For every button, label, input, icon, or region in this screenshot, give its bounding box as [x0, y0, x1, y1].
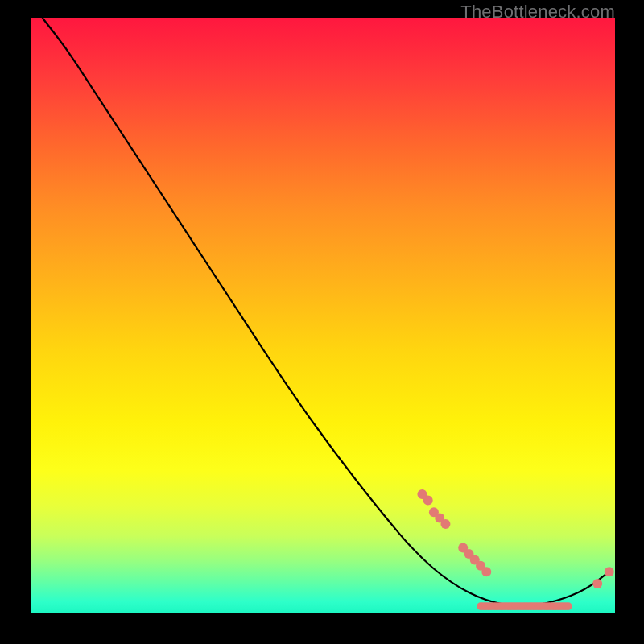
chart-container: TheBottleneck.com	[0, 0, 644, 644]
marker-group	[417, 489, 613, 610]
plot-area	[31, 18, 615, 613]
data-marker	[564, 602, 572, 610]
data-marker	[440, 519, 450, 529]
data-marker	[605, 567, 614, 576]
chart-svg	[31, 18, 615, 613]
data-marker	[423, 495, 433, 505]
data-marker	[481, 567, 491, 576]
watermark-text: TheBottleneck.com	[460, 2, 615, 23]
curve-path	[43, 18, 609, 606]
data-marker	[592, 579, 602, 588]
